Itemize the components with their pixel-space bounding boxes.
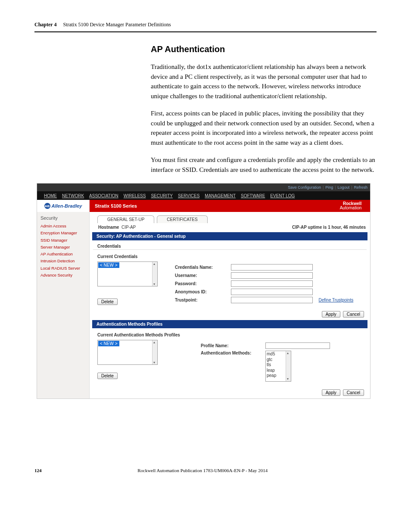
- anonymous-id-label: Anonymous ID:: [175, 289, 231, 294]
- sidebar-item-ssid-manager[interactable]: SSID Manager: [40, 237, 89, 243]
- profile-name-input[interactable]: [265, 342, 330, 349]
- auth-profile-new-item[interactable]: < NEW >: [98, 341, 119, 346]
- publication-id: Rockwell Automation Publication 1783-UM0…: [137, 468, 268, 473]
- anonymous-id-input[interactable]: [231, 289, 313, 295]
- brand-bar: AB Allen-Bradley Stratix 5100 Series Roc…: [37, 200, 370, 212]
- chapter-label: Chapter 4: [34, 22, 56, 28]
- nav-network[interactable]: NETWORK: [62, 193, 84, 198]
- tab-certificates[interactable]: CERTIFICATES: [157, 215, 207, 223]
- sidebar-item-admin-access[interactable]: Admin Access: [40, 223, 89, 229]
- section-heading: AP Authentication: [151, 44, 377, 54]
- util-logout[interactable]: Logout: [338, 185, 350, 190]
- cancel-profile-button[interactable]: Cancel: [343, 389, 364, 396]
- current-auth-profiles-label: Current Authentication Methods Profiles: [97, 333, 365, 337]
- sidebar-item-local-radius-server[interactable]: Local RADIUS Server: [40, 265, 89, 271]
- page-footer: 124 Rockwell Automation Publication 1783…: [34, 468, 377, 473]
- section-bar-auth-profiles: Authentication Methods Profiles: [92, 320, 367, 328]
- auth-methods-label: Authentication Methods:: [201, 351, 265, 355]
- password-label: Password:: [175, 281, 231, 286]
- logo-rockwell: RockwellAutomation: [331, 200, 370, 212]
- cancel-credentials-button[interactable]: Cancel: [343, 311, 364, 317]
- apply-profile-button[interactable]: Apply: [322, 389, 340, 396]
- util-ping[interactable]: Ping: [325, 185, 333, 190]
- auth-profiles-listbox[interactable]: < NEW >: [97, 340, 158, 365]
- nav-association[interactable]: ASSOCIATION: [89, 193, 118, 198]
- nav-services[interactable]: SERVICES: [178, 193, 199, 198]
- series-title: Stratix 5100 Series: [90, 200, 331, 212]
- password-input[interactable]: [231, 280, 313, 287]
- credentials-name-label: Credentials Name:: [175, 265, 231, 270]
- username-input[interactable]: [231, 272, 313, 279]
- hostname-value: CIP-AP: [121, 225, 136, 230]
- sidebar-item-server-manager[interactable]: Server Manager: [40, 244, 89, 250]
- header-rule: [34, 31, 377, 32]
- nav-home[interactable]: HOME: [44, 193, 57, 198]
- nav-eventlog[interactable]: EVENT LOG: [270, 193, 295, 198]
- sidebar-title: Security: [40, 215, 89, 221]
- nav-wireless[interactable]: WIRELESS: [124, 193, 146, 198]
- trustpoint-label: Trustpoint:: [175, 298, 231, 302]
- scrollbar-icon[interactable]: [152, 340, 157, 364]
- nav-management[interactable]: MANAGEMENT: [205, 193, 236, 198]
- sidebar: Security Admin Access Encryption Manager…: [37, 212, 90, 398]
- chapter-title: Stratix 5100 Device Manager Parameter De…: [63, 22, 171, 28]
- nav-software[interactable]: SOFTWARE: [241, 193, 265, 198]
- auth-methods-listbox[interactable]: md5 gtc tls leap peap: [265, 351, 291, 382]
- main-nav: HOME NETWORK ASSOCIATION WIRELESS SECURI…: [37, 191, 370, 200]
- hostname-label: Hostname: [98, 225, 119, 230]
- logo-allen-bradley: AB Allen-Bradley: [37, 200, 90, 212]
- sidebar-item-intrusion-detection[interactable]: Intrusion Detection: [40, 258, 89, 264]
- page-number: 124: [34, 468, 42, 473]
- nav-security[interactable]: SECURITY: [151, 193, 173, 198]
- utility-bar: Save Configuration| Ping| Logout| Refres…: [37, 184, 370, 191]
- sidebar-item-ap-authentication[interactable]: AP Authentication: [40, 251, 89, 257]
- sidebar-item-encryption-manager[interactable]: Encryption Manager: [40, 230, 89, 236]
- profile-name-label: Profile Name:: [201, 343, 265, 348]
- paragraph-1: Traditionally, the dot1x authenticator/c…: [151, 62, 377, 101]
- util-save[interactable]: Save Configuration: [288, 185, 321, 190]
- paragraph-3: You must first create and configure a cr…: [151, 155, 377, 174]
- paragraph-2: First, access points can be placed in pu…: [151, 109, 377, 147]
- uptime-text: CIP-AP uptime is 1 hour, 46 minutes: [292, 225, 366, 230]
- credentials-header: Credentials: [93, 242, 367, 250]
- sidebar-item-advance-security[interactable]: Advance Security: [40, 272, 89, 278]
- current-credentials-label: Current Credentials: [97, 254, 365, 259]
- delete-profile-button[interactable]: Delete: [97, 373, 118, 379]
- apply-credentials-button[interactable]: Apply: [322, 311, 340, 317]
- running-head: Chapter 4 Stratix 5100 Device Manager Pa…: [34, 22, 377, 28]
- credentials-new-item[interactable]: < NEW >: [98, 262, 119, 268]
- scrollbar-icon[interactable]: [286, 351, 291, 381]
- section-bar-security: Security: AP Authentication - General se…: [92, 232, 367, 240]
- scrollbar-icon[interactable]: [152, 262, 157, 286]
- embedded-screenshot: Save Configuration| Ping| Logout| Refres…: [37, 183, 371, 399]
- delete-credentials-button[interactable]: Delete: [97, 299, 118, 305]
- trustpoint-input[interactable]: [231, 297, 313, 303]
- credentials-listbox[interactable]: < NEW >: [97, 261, 158, 286]
- tab-general-setup[interactable]: GENERAL SET-UP: [97, 215, 154, 223]
- util-refresh[interactable]: Refresh: [354, 185, 367, 190]
- credentials-name-input[interactable]: [231, 264, 313, 271]
- username-label: Username:: [175, 273, 231, 278]
- define-trustpoints-link[interactable]: Define Trustpoints: [319, 298, 354, 302]
